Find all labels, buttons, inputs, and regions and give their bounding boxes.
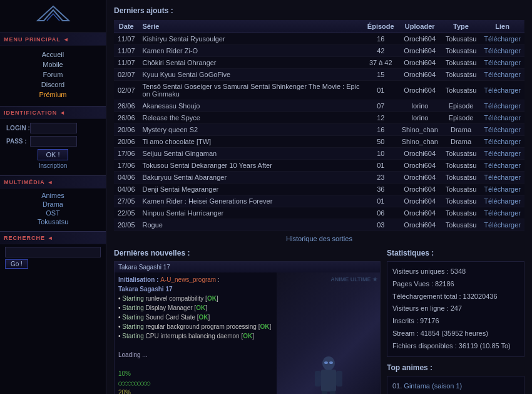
uploader-link[interactable]: Orochi604	[404, 174, 436, 181]
news-20pct: 20%	[118, 388, 273, 394]
nav-animes[interactable]: Animes	[0, 191, 106, 200]
uploader-link[interactable]: Shino_chan	[402, 126, 438, 133]
serie-link[interactable]: Kamen Rider Zi-O	[143, 47, 198, 54]
telecharger-link[interactable]: Télécharger	[484, 35, 521, 43]
telecharger-link[interactable]: Télécharger	[484, 71, 521, 78]
serie-link[interactable]: Mystery queen S2	[143, 126, 198, 133]
serie-link[interactable]: Chōkiri Sentai Ohranger	[143, 59, 217, 66]
nav-forum[interactable]: Forum	[0, 70, 106, 80]
nav-drama[interactable]: Drama	[0, 200, 106, 209]
cell-uploader: Orochi604	[398, 148, 442, 160]
pass-input[interactable]	[30, 136, 77, 147]
go-button[interactable]: Go !	[5, 259, 28, 269]
nav-mobile[interactable]: Mobile	[0, 60, 106, 70]
uploader-link[interactable]: Orochi604	[404, 47, 436, 54]
uploader-link[interactable]: Orochi604	[404, 86, 436, 94]
uploader-link[interactable]: Orochi604	[404, 35, 436, 43]
historique-link-container: Historique des sorties	[114, 235, 524, 242]
svg-rect-4	[322, 391, 327, 394]
login-section: LOGIN : PASS : OK ! Inscription	[0, 119, 106, 173]
telecharger-link[interactable]: Télécharger	[484, 150, 521, 157]
uploader-link[interactable]: Orochi604	[404, 185, 436, 193]
cell-episode: 16	[364, 124, 398, 136]
ok-button[interactable]: OK !	[38, 149, 68, 160]
nav-premium[interactable]: Prémium	[0, 90, 106, 100]
search-input[interactable]	[5, 247, 101, 257]
table-row: 17/06Seijuu Sentai Gingaman10Orochi604To…	[114, 148, 524, 160]
inscription-link[interactable]: Inscription	[6, 162, 100, 169]
top-anime-link[interactable]: Gintama (saison 1)	[404, 382, 462, 390]
uploader-link[interactable]: Shino_chan	[402, 138, 438, 145]
telecharger-link[interactable]: Télécharger	[484, 126, 521, 133]
identification-header: IDENTIFICATION ◄	[0, 106, 106, 119]
uploader-link[interactable]: Orochi604	[404, 59, 436, 66]
cell-lien: Télécharger	[480, 124, 524, 136]
telecharger-link[interactable]: Télécharger	[484, 47, 521, 54]
serie-link[interactable]: Kamen Rider : Heisei Generations Forever	[143, 197, 273, 205]
cell-type: Tokusatsu	[442, 57, 481, 69]
news-header-text: Takara Sagashi 17	[118, 264, 170, 271]
telecharger-link[interactable]: Télécharger	[484, 138, 521, 145]
cell-date: 17/06	[114, 160, 139, 172]
serie-link[interactable]: Release the Spyce	[143, 114, 200, 122]
table-row: 20/06Mystery queen S216Shino_chanDramaTé…	[114, 124, 524, 136]
serie-link[interactable]: Tokusou Sentai Dekaranger 10 Years After	[143, 162, 272, 169]
top-anime-item: 02. Hanure vuusha no Estetica [Interdit …	[392, 391, 519, 394]
table-row: 26/06Release the Spyce12IorinoEpisodeTél…	[114, 112, 524, 124]
uploader-link[interactable]: Orochi604	[404, 209, 436, 217]
uploader-link[interactable]: Iorino	[411, 102, 429, 110]
uploader-link[interactable]: Orochi604	[404, 71, 436, 78]
telecharger-link[interactable]: Télécharger	[484, 174, 521, 181]
uploader-link[interactable]: Orochi604	[404, 221, 436, 229]
telecharger-link[interactable]: Télécharger	[484, 86, 521, 94]
cell-lien: Télécharger	[480, 81, 524, 100]
telecharger-link[interactable]: Télécharger	[484, 221, 521, 229]
telecharger-link[interactable]: Télécharger	[484, 162, 521, 169]
multimedia-header: MULTIMÉDIA ◄	[0, 175, 106, 189]
telecharger-link[interactable]: Télécharger	[484, 197, 521, 205]
site-logo	[0, 0, 106, 30]
telecharger-link[interactable]: Télécharger	[484, 209, 521, 217]
serie-link[interactable]: Kishiryu Sentai Ryusoulger	[143, 35, 225, 43]
nav-discord[interactable]: Discord	[0, 80, 106, 90]
multimedia-badge: ◄	[48, 179, 54, 185]
historique-link[interactable]: Historique des sorties	[286, 235, 352, 242]
cell-type: Tokusatsu	[442, 69, 481, 81]
serie-link[interactable]: Kyuu Kyuu Sentai GoGoFive	[143, 71, 231, 78]
telecharger-link[interactable]: Télécharger	[484, 185, 521, 193]
cell-lien: Télécharger	[480, 207, 524, 219]
cell-serie: Mystery queen S2	[139, 124, 364, 136]
search-section: Go !	[0, 244, 106, 271]
stat-inscrits: Inscrits : 97176	[392, 315, 519, 328]
cell-date: 11/07	[114, 45, 139, 57]
table-row: 20/06Ti amo chocolate [TW]50Shino_chanDr…	[114, 136, 524, 148]
bottom-section: Dernières nouvelles : Takara Sagashi 17 …	[114, 249, 524, 394]
anime-thumbnail: ANIME ULTIME ★	[277, 272, 380, 394]
nav-accueil[interactable]: Accueil	[0, 49, 106, 60]
serie-link[interactable]: Ti amo chocolate [TW]	[143, 138, 212, 145]
cell-type: Tokusatsu	[442, 184, 481, 195]
serie-link[interactable]: Denji Sentai Megaranger	[143, 185, 219, 193]
telecharger-link[interactable]: Télécharger	[484, 114, 521, 122]
uploader-link[interactable]: Iorino	[411, 114, 429, 122]
uploader-link[interactable]: Orochi604	[404, 162, 436, 169]
col-date: Date	[114, 20, 139, 33]
sidebar: MENU PRINCIPAL ◄ Accueil Mobile Forum Di…	[0, 0, 106, 394]
serie-link[interactable]: Tensô Sentai Goseiger vs Samurai Sentai …	[143, 83, 360, 98]
cell-episode: 10	[364, 148, 398, 160]
serie-link[interactable]: Ninpuu Sentai Hurricanger	[143, 209, 224, 217]
serie-link[interactable]: Akanesasu Shoujo	[143, 102, 200, 110]
login-input[interactable]	[30, 123, 77, 133]
cell-episode: 37 à 42	[364, 57, 398, 69]
nav-tokusatsu[interactable]: Tokusatsu	[0, 217, 106, 226]
telecharger-link[interactable]: Télécharger	[484, 59, 521, 66]
nav-ost[interactable]: OST	[0, 209, 106, 217]
serie-link[interactable]: Bakuryuu Sentai Abaranger	[143, 174, 227, 181]
uploader-link[interactable]: Orochi604	[404, 150, 436, 157]
cell-lien: Télécharger	[480, 136, 524, 148]
serie-link[interactable]: Rogue	[143, 221, 163, 229]
cell-date: 04/06	[114, 172, 139, 184]
uploader-link[interactable]: Orochi604	[404, 197, 436, 205]
telecharger-link[interactable]: Télécharger	[484, 102, 521, 110]
serie-link[interactable]: Seijuu Sentai Gingaman	[143, 150, 217, 157]
